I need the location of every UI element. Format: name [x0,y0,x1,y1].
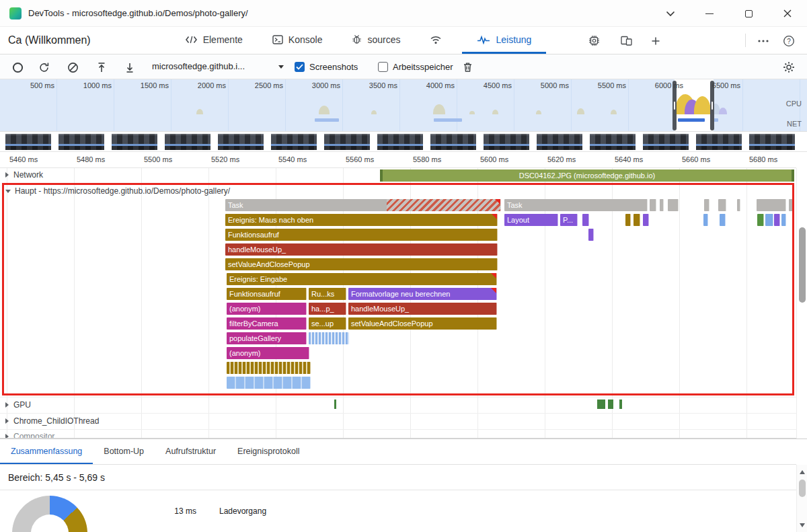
flame-scrollbar-thumb[interactable] [799,227,806,303]
settings-gear-icon[interactable] [780,59,798,76]
flame-bar[interactable] [309,332,349,344]
filmstrip-thumbnail[interactable] [537,134,582,150]
flame-bar[interactable] [703,214,708,226]
bottom-tab-zusammenfassung[interactable]: Zusammenfassung [0,439,93,464]
flame-bar[interactable] [737,199,740,211]
flame-scrollbar[interactable] [796,168,807,439]
tab-leistung[interactable]: Leistung [462,27,546,54]
context-label[interactable]: Ca (Willkommen) [8,34,91,46]
tab-sources[interactable]: sources [337,27,415,54]
flame-bar[interactable] [643,214,649,226]
scroll-up-icon[interactable] [800,470,805,474]
page-selector-caret-icon[interactable] [278,65,284,69]
flame-bar[interactable] [588,229,594,241]
filmstrip-thumbnail[interactable] [749,134,795,150]
flame-bar-ereignis-eingabe[interactable]: Ereignis: Eingabe [227,273,497,285]
track-network[interactable]: Network [5,170,43,180]
flame-bar-filterbycamera[interactable]: filterByCamera [227,317,307,330]
add-tab-plus-icon[interactable] [646,27,666,54]
record-button[interactable] [9,59,26,76]
filmstrip-thumbnail[interactable] [165,134,210,150]
memory-label[interactable]: Arbeitsspeicher [393,62,453,72]
filmstrip-thumbnail[interactable] [643,134,689,150]
filmstrip-thumbnail[interactable] [590,134,636,150]
bottom-tab-ereignisprotokoll[interactable]: Ereignisprotokoll [227,439,310,464]
filmstrip-thumbnail[interactable] [5,134,51,150]
thread-event[interactable] [597,400,605,409]
filmstrip-thumbnail[interactable] [271,134,317,150]
bottom-scrollbar[interactable] [796,465,807,532]
trash-icon[interactable] [459,59,476,76]
track-chrome-childiothread[interactable]: Chrome_ChildIOThread [0,413,796,429]
flame-bar[interactable] [650,199,656,211]
save-profile-icon[interactable] [121,59,139,76]
close-button[interactable] [768,0,807,27]
flame-bar-se-up[interactable]: se...up [309,317,346,330]
thread-event[interactable] [334,400,336,409]
flame-bar[interactable] [668,199,679,211]
track-compositor[interactable]: Compositor [0,429,796,439]
filmstrip-thumbnail[interactable] [696,134,742,150]
flame-bar[interactable] [227,377,311,389]
flame-bar-anonym[interactable]: (anonym) [227,347,309,359]
flame-bar[interactable] [582,214,589,226]
flame-bar[interactable] [625,214,631,226]
flame-bar[interactable] [227,362,311,374]
flame-bar-setvalueandclosepopup[interactable]: setValueAndClosePopup [225,258,498,270]
reload-record-button[interactable] [35,59,52,76]
bottom-tab-aufrufstruktur[interactable]: Aufrufstruktur [155,439,227,464]
device-toolbar-icon[interactable] [616,27,636,54]
flame-bar[interactable] [765,214,773,226]
flame-bar[interactable] [789,199,794,211]
tab-konsole[interactable]: Konsole [258,27,338,54]
track-main[interactable]: Haupt - https://microsoftedge.github.io/… [5,186,230,196]
thread-event[interactable] [619,400,622,409]
flame-bar[interactable] [660,199,664,211]
tab-elemente[interactable]: Elemente [170,27,258,54]
flame-bar[interactable] [774,214,780,226]
memory-checkbox[interactable] [378,62,388,72]
flame-bar[interactable] [757,199,786,211]
filmstrip-thumbnail[interactable] [59,134,104,150]
flame-bar[interactable] [757,214,764,226]
filmstrip-thumbnail[interactable] [112,134,157,150]
filmstrip-thumbnail[interactable] [484,134,529,150]
clear-button[interactable] [64,59,81,76]
collapse-triangle-icon[interactable] [5,172,9,178]
page-selector[interactable]: microsoftedge.github.i... [152,61,245,71]
screenshots-label[interactable]: Screenshots [309,62,358,72]
flame-bar-p[interactable]: P... [560,214,578,226]
flame-bar[interactable] [633,214,640,226]
experiments-chip-icon[interactable] [584,27,604,54]
flame-bar-populategallery[interactable]: populateGallery [227,332,307,344]
screenshots-checkbox[interactable] [295,62,305,72]
flame-bar[interactable] [718,199,726,211]
flame-bar-ereignis-maus-nach-oben[interactable]: Ereignis: Maus nach oben [225,214,498,226]
help-icon[interactable]: ? [779,27,799,54]
flame-bar-task[interactable]: Task [504,199,648,211]
flame-bar-handlemouseup[interactable]: handleMouseUp_ [348,303,497,315]
timeline-overview[interactable]: 500 ms1000 ms1500 ms2000 ms2500 ms3000 m… [0,79,807,132]
filmstrip-thumbnail[interactable] [218,134,264,150]
flame-bar-funktionsaufruf[interactable]: Funktionsaufruf [227,288,307,300]
flame-bar-anonym[interactable]: (anonym) [227,303,307,315]
flame-bar[interactable] [720,214,726,226]
flame-bar-ru-ks[interactable]: Ru...ks [309,288,346,300]
bottom-tab-bottom-up[interactable]: Bottom-Up [93,439,155,464]
flame-bar-task[interactable]: Task [225,199,501,211]
filmstrip-thumbnail[interactable] [430,134,476,150]
flame-bar-handlemouseup[interactable]: handleMouseUp_ [225,243,498,256]
thread-event[interactable] [608,400,613,409]
track-gpu[interactable]: GPU [0,397,796,413]
flame-bar-layout[interactable]: Layout [504,214,558,226]
bottom-scrollbar-thumb[interactable] [799,480,806,497]
flame-bar[interactable] [781,214,786,226]
tab-network-conditions[interactable] [415,27,462,54]
flame-bar[interactable] [704,199,709,211]
network-request-bar[interactable]: DSC04162.JPG (microsoftedge.github.io) [380,169,794,182]
flame-bar-formatvorlage-neu-berechnen[interactable]: Formatvorlage neu berechnen [348,288,497,300]
minimize-button[interactable] [690,0,729,27]
maximize-button[interactable] [729,0,768,27]
filmstrip-thumbnail[interactable] [324,134,370,150]
more-options-icon[interactable] [753,27,773,54]
